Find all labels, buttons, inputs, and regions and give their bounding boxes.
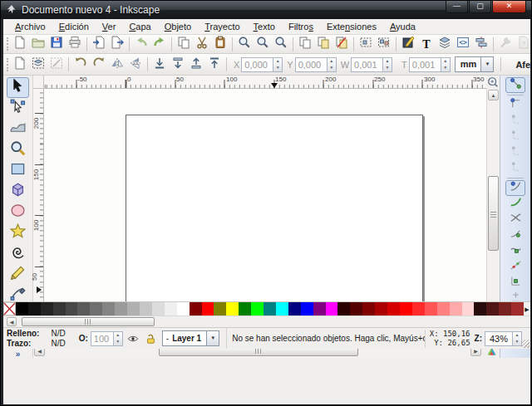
swatch-280b0b[interactable] xyxy=(474,302,486,316)
swatch-2b0000[interactable] xyxy=(337,302,350,316)
rotate-ccw-button[interactable] xyxy=(71,56,90,73)
fill-stroke-indicator[interactable]: Relleno: Trazo: N/D N/D xyxy=(7,329,66,349)
zoom-selection-button[interactable] xyxy=(235,36,254,52)
undo-button[interactable] xyxy=(132,36,150,52)
rectangle-tool-button[interactable] xyxy=(7,160,29,181)
swatch-b0b0b0[interactable] xyxy=(127,302,140,316)
open-button[interactable] xyxy=(29,36,47,52)
spinner[interactable]: ▲▼ xyxy=(441,58,450,71)
snap-bbox-button[interactable] xyxy=(505,97,525,113)
tweak-tool-button[interactable] xyxy=(7,119,29,139)
swatch-5a5a5a[interactable] xyxy=(77,302,90,316)
field-x-spinbox[interactable]: 0,000▲▼ xyxy=(241,57,283,72)
menu-archivo[interactable]: Archivo xyxy=(8,20,52,33)
palette-scroll-thumb[interactable] xyxy=(22,317,155,326)
select-all-layers-button[interactable] xyxy=(29,56,47,73)
swatch-ff0000[interactable] xyxy=(400,302,412,316)
sticky-zoom-button[interactable] xyxy=(485,76,500,89)
paste-button[interactable] xyxy=(211,36,229,52)
flip-vertical-button[interactable] xyxy=(126,56,145,73)
swatch-ff5555[interactable] xyxy=(425,302,437,316)
pencil-tool-button[interactable] xyxy=(7,264,29,285)
menu-ver[interactable]: Ver xyxy=(96,20,123,33)
document-page[interactable] xyxy=(126,115,423,325)
palette-scrollbar[interactable]: ◀ xyxy=(3,316,530,327)
swatch-ff00ff[interactable] xyxy=(326,302,338,316)
swatch-121212[interactable] xyxy=(28,302,41,316)
box3d-tool-button[interactable] xyxy=(7,181,29,202)
swatch-008000[interactable] xyxy=(239,302,251,316)
export-button[interactable] xyxy=(108,36,126,52)
field-t-spinbox[interactable]: 0,001▲▼ xyxy=(409,57,451,72)
spinner[interactable]: ▲▼ xyxy=(382,58,392,71)
toolbar-grip[interactable] xyxy=(7,58,8,71)
swatch-a02c2c[interactable] xyxy=(511,302,524,316)
unit-dropdown-arrow-icon[interactable]: ▼ xyxy=(480,57,493,71)
menu-texto[interactable]: Texto xyxy=(247,20,282,33)
layer-lock-button[interactable] xyxy=(143,332,158,345)
unit-selector[interactable]: mm▼ xyxy=(455,56,495,72)
swatch-ffffff[interactable] xyxy=(177,302,190,316)
swatch-9a9a9a[interactable] xyxy=(115,302,127,316)
close-button[interactable]: ✕ xyxy=(492,1,526,13)
group-button[interactable] xyxy=(357,36,375,52)
redo-button[interactable] xyxy=(150,36,169,52)
fill-stroke-dialog-button[interactable] xyxy=(399,36,417,52)
snap-nodes-button[interactable] xyxy=(505,180,525,196)
snap-path-intersections-button[interactable] xyxy=(505,212,525,227)
menu-trayecto[interactable]: Trayecto xyxy=(198,20,246,33)
swatch-242424[interactable] xyxy=(41,302,53,316)
swatch-782121[interactable] xyxy=(499,302,511,316)
lower-to-bottom-button[interactable] xyxy=(150,56,169,73)
swatch-800080[interactable] xyxy=(313,302,326,316)
spiral-tool-button[interactable] xyxy=(7,243,29,264)
menu-objeto[interactable]: Objeto xyxy=(158,20,198,33)
snap-line-midpoints-button[interactable] xyxy=(505,259,525,275)
star-tool-button[interactable] xyxy=(7,223,29,243)
zoom-spinbox[interactable]: 43% ▲▼ xyxy=(485,331,522,346)
spinner[interactable]: ▲▼ xyxy=(327,58,336,71)
field-w-spinbox[interactable]: 0,001▲▼ xyxy=(351,57,392,72)
swatch-848484[interactable] xyxy=(102,302,115,316)
selector-tool-button[interactable] xyxy=(7,77,29,98)
swatch-dcdcdc[interactable] xyxy=(152,302,165,316)
swatch-ffd5d5[interactable] xyxy=(462,302,475,316)
swatch-501616[interactable] xyxy=(486,302,499,316)
menu-capa[interactable]: Capa xyxy=(122,20,157,33)
swatch-aa0000[interactable] xyxy=(375,302,387,316)
palette-scroll-left-arrow[interactable]: ◀ xyxy=(7,317,17,326)
xml-editor-button[interactable]: <> xyxy=(454,36,472,52)
swatch-550000[interactable] xyxy=(350,302,362,316)
menu-filtros[interactable]: Filtros xyxy=(282,20,320,33)
zoom-tool-button[interactable] xyxy=(7,139,29,160)
swatch-ffaaaa[interactable] xyxy=(450,302,462,316)
swatch-ffff00[interactable] xyxy=(226,302,239,316)
align-dialog-button[interactable] xyxy=(472,36,490,52)
new-document-button[interactable] xyxy=(11,36,29,52)
swatch-6f6f6f[interactable] xyxy=(90,302,102,316)
swatch-000000[interactable] xyxy=(16,302,28,316)
swatch-00ffff[interactable] xyxy=(276,302,288,316)
create-clone-button[interactable] xyxy=(314,36,332,52)
zoom-spinner[interactable]: ▲▼ xyxy=(512,332,521,345)
node-editor-tool-button[interactable] xyxy=(7,98,29,119)
palette-right-arrow[interactable]: ▶ xyxy=(524,302,530,316)
ungroup-button[interactable] xyxy=(375,36,393,52)
horizontal-ruler[interactable]: -50050100150200250300350 xyxy=(44,76,486,89)
unlink-clone-button[interactable] xyxy=(332,36,351,52)
print-button[interactable] xyxy=(66,36,84,52)
toolbox-overflow-button[interactable]: » xyxy=(16,350,21,359)
duplicate-button[interactable] xyxy=(296,36,314,52)
swatch-808000[interactable] xyxy=(214,302,226,316)
inkscape-logo-icon[interactable] xyxy=(6,4,17,16)
minimize-button[interactable]: — xyxy=(446,1,468,13)
menu-edición[interactable]: Edición xyxy=(52,20,96,33)
layer-selector[interactable]: - Layer 1 ▼ xyxy=(162,330,219,346)
opacity-spinner[interactable]: ▲▼ xyxy=(113,332,122,345)
swatch-008080[interactable] xyxy=(264,302,276,316)
titlebar[interactable]: Documento nuevo 4 - Inkscape — ▢ ✕ xyxy=(1,1,531,19)
swatch-c6c6c6[interactable] xyxy=(140,302,152,316)
swatch-800000[interactable] xyxy=(190,302,202,316)
text-dialog-button[interactable]: T xyxy=(417,36,436,52)
save-button[interactable] xyxy=(47,36,66,52)
